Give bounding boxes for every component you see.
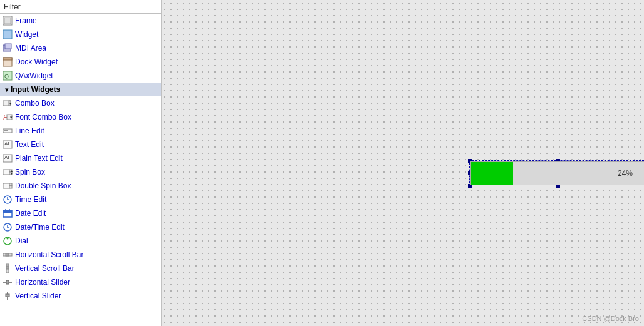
spin-box-label: Spin Box [15,168,45,176]
vscroll-icon [3,263,13,273]
svg-rect-49 [6,294,9,297]
svg-rect-43 [6,253,9,256]
hscroll-label: Horizontal Scroll Bar [15,250,83,259]
sidebar-item-text-edit[interactable]: AI Text Edit [0,138,161,151]
date-edit-icon [3,208,13,218]
frame-label: Frame [15,16,37,25]
text-edit-label: Text Edit [15,140,44,149]
svg-point-39 [7,227,8,228]
progress-text: 24% [618,169,633,178]
dial-label: Dial [15,237,28,245]
svg-rect-28 [9,186,12,188]
datetime-edit-icon [3,222,13,232]
mdi-label: MDI Area [15,44,46,53]
sidebar-item-spin-box[interactable]: ▲ ▼ Spin Box [0,165,161,179]
sidebar-item-plain-text-edit[interactable]: AI Plain Text Edit [0,151,161,165]
sidebar-item-qax[interactable]: Q QAxWidget [0,69,161,83]
sidebar-item-double-spin-box[interactable]: Double Spin Box [0,179,161,193]
progress-bar-container: 24% [470,161,644,185]
time-edit-label: Time Edit [15,195,46,204]
sidebar-item-frame[interactable]: Frame [0,14,161,28]
svg-rect-26 [3,183,9,188]
sidebar-item-line-edit[interactable]: Line Edit [0,124,161,138]
double-spin-icon [3,181,13,191]
canvas-area[interactable]: 24% CSDN @Dock Bro [162,0,644,326]
svg-text:AI: AI [4,141,9,146]
double-spin-box-label: Double Spin Box [15,181,71,190]
combo-icon: ▾ [3,98,13,108]
sidebar-item-time-edit[interactable]: Time Edit [0,193,161,206]
text-edit-icon: AI [3,140,13,150]
widget-label: Widget [15,30,38,39]
sidebar-item-hslider[interactable]: Horizontal Slider [0,275,161,289]
font-combo-icon: F ▾ [3,112,13,122]
hslider-label: Horizontal Slider [15,278,70,287]
dock-label: Dock Widget [15,58,58,66]
qax-icon: Q [3,71,13,81]
svg-rect-27 [9,183,12,186]
svg-text:AI: AI [4,155,9,160]
frame-icon [3,16,13,26]
sidebar-item-vslider[interactable]: Vertical Slider [0,289,161,303]
font-combo-box-label: Font Combo Box [15,113,71,121]
sidebar-item-combo-box[interactable]: ▾ Combo Box [0,96,161,110]
sidebar-item-dial[interactable]: Dial [0,234,161,248]
left-panel: Filter Frame Widget [0,0,162,326]
sidebar-item-widget[interactable]: Widget [0,28,161,41]
section-input-widgets[interactable]: ▾ Input Widgets [0,83,161,96]
svg-point-41 [7,238,9,240]
sidebar-item-vscroll[interactable]: Vertical Scroll Bar [0,262,161,275]
section-arrow: ▾ [5,86,8,93]
datetime-edit-label: Date/Time Edit [15,223,65,232]
svg-rect-6 [3,58,12,60]
widget-icon [3,29,13,39]
qax-label: QAxWidget [15,71,53,80]
sidebar-item-date-edit[interactable]: Date Edit [0,206,161,220]
filter-bar: Filter [0,0,161,14]
sidebar-item-dock[interactable]: Dock Widget [0,55,161,69]
svg-rect-1 [4,18,11,24]
sidebar-item-font-combo-box[interactable]: F ▾ Font Combo Box [0,110,161,124]
vslider-icon [3,291,13,301]
combo-box-label: Combo Box [15,99,55,108]
svg-text:▾: ▾ [10,115,13,120]
dial-icon [3,236,13,246]
hscroll-icon [3,250,13,260]
svg-rect-2 [3,30,12,39]
svg-text:▾: ▾ [9,101,12,106]
mdi-icon [3,43,13,53]
line-edit-icon [3,126,13,136]
svg-rect-45 [6,266,9,269]
sidebar-item-hscroll[interactable]: Horizontal Scroll Bar [0,248,161,262]
watermark: CSDN @Dock Bro [582,315,639,322]
filter-label: Filter [4,3,21,11]
svg-rect-47 [6,280,9,284]
spin-box-icon: ▲ ▼ [3,167,13,177]
sidebar-item-mdi[interactable]: MDI Area [0,41,161,55]
widget-list[interactable]: Frame Widget MDI Area [0,14,161,326]
vscroll-label: Vertical Scroll Bar [15,264,75,273]
plain-text-edit-label: Plain Text Edit [15,154,63,163]
time-edit-icon [3,195,13,205]
svg-text:▼: ▼ [10,171,13,175]
progress-fill [471,162,513,185]
plain-text-icon: AI [3,153,13,163]
svg-rect-4 [5,44,11,49]
progress-widget[interactable]: 24% [467,155,644,191]
hslider-icon [3,277,13,287]
section-label: Input Widgets [11,85,60,94]
svg-rect-21 [3,170,9,175]
svg-rect-33 [3,210,12,213]
vslider-label: Vertical Slider [15,292,61,300]
sidebar-item-datetime-edit[interactable]: Date/Time Edit [0,220,161,234]
svg-text:Q: Q [4,73,9,79]
dock-icon [3,57,13,67]
line-edit-label: Line Edit [15,126,44,135]
date-edit-label: Date Edit [15,209,46,218]
